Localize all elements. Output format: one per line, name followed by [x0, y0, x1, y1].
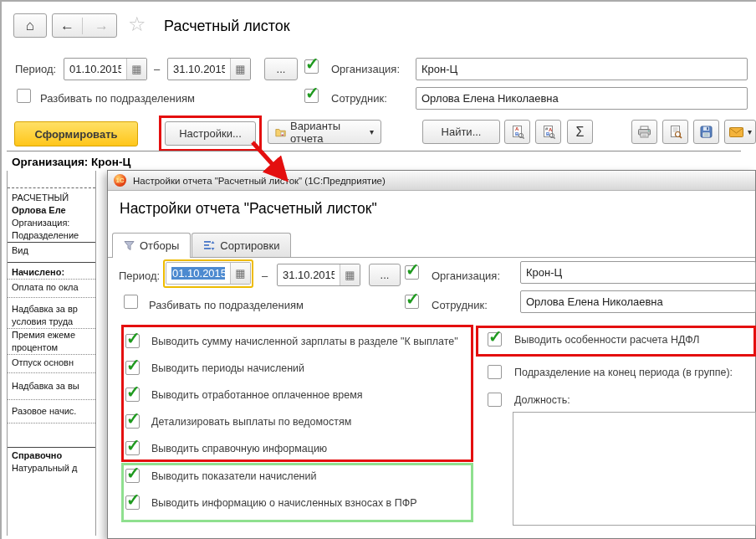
report-line: Вид: [8, 244, 95, 262]
report-separator: [8, 279, 95, 280]
find-button-label: Найти...: [442, 126, 482, 138]
report-separator: [8, 187, 95, 188]
forward-icon[interactable]: →: [87, 18, 116, 34]
calendar-icon[interactable]: ▦: [126, 59, 146, 80]
funnel-icon: [124, 240, 135, 251]
period-label: Период:: [15, 63, 56, 75]
report-separator: [8, 399, 95, 400]
page-title: Расчетный листок: [164, 18, 290, 35]
preview-button[interactable]: [662, 120, 688, 144]
checkbox-unchecked-icon[interactable]: [17, 89, 31, 103]
window-border-top: [0, 0, 756, 2]
period-more-button[interactable]: ...: [264, 58, 298, 80]
report-separator: [8, 372, 95, 373]
sum-button[interactable]: Σ: [567, 120, 593, 144]
back-icon[interactable]: ←: [53, 18, 83, 34]
employee-field[interactable]: Орлова Елена Николаевна: [416, 87, 748, 110]
checkbox-checked-icon[interactable]: [304, 59, 319, 74]
generate-button[interactable]: Сформировать: [14, 121, 138, 146]
home-icon: ⌂: [26, 18, 34, 34]
screenshot-stage: ⌂ ← → ☆ Расчетный листок Период: 01.10.2…: [0, 0, 756, 539]
check-label: Должность:: [514, 394, 570, 406]
dialog-period-range-dash: –: [262, 270, 268, 282]
dialog-split-by-departments-checkbox[interactable]: [124, 295, 138, 309]
dialog-title: Настройки отчета "Расчетный листок" (1С:…: [133, 176, 386, 186]
split-by-departments-checkbox[interactable]: [17, 89, 31, 103]
employee-value: Орлова Елена Николаевна: [421, 92, 742, 105]
dialog-tabstrip: Отборы Сортировки: [108, 233, 755, 258]
find-next-button[interactable]: #AB: [535, 120, 561, 144]
report-variants-label: Варианты отчета: [290, 120, 365, 145]
calendar-icon[interactable]: ▦: [340, 264, 360, 285]
checkbox-checked-icon[interactable]: [405, 265, 419, 280]
report-variants-folder-icon: [275, 127, 286, 137]
dialog-employee-label: Сотрудник:: [432, 299, 488, 311]
organization-value: Крон-Ц: [421, 63, 742, 75]
report-line: условия труда: [8, 316, 95, 328]
report-variants-button[interactable]: Варианты отчета ▾: [268, 120, 381, 144]
employee-checkbox[interactable]: [304, 89, 319, 103]
dialog-employee-checkbox[interactable]: [405, 295, 419, 309]
organization-field[interactable]: Крон-Ц: [416, 58, 748, 80]
dialog-period-from-field[interactable]: 01.10.2015 ▦: [166, 262, 251, 285]
printer-icon: [637, 126, 651, 138]
calendar-icon[interactable]: ▦: [230, 59, 250, 80]
print-button[interactable]: [631, 120, 657, 144]
report-line: Организация:: [8, 217, 95, 229]
report-separator: [8, 447, 95, 448]
dialog-period-more-button[interactable]: ...: [369, 264, 401, 286]
ellipsis-label: ...: [277, 63, 286, 75]
dialog-period-label: Период:: [119, 270, 160, 282]
dialog-employee-value: Орлова Елена Николаевна: [526, 295, 750, 308]
period-from-focus-ring: 01.10.2015 ▦: [163, 259, 253, 288]
find-in-report-button[interactable]: AB: [504, 120, 530, 144]
dialog-period-from-value: 01.10.2015: [171, 267, 225, 280]
app-window: ⌂ ← → ☆ Расчетный листок Период: 01.10.2…: [0, 0, 756, 539]
dialog-organization-field[interactable]: Крон-Ц: [520, 261, 756, 284]
settings-highlight-box: [159, 116, 262, 151]
find-button[interactable]: Найти...: [422, 120, 500, 144]
employee-label: Сотрудник:: [331, 92, 387, 105]
report-line: Отпуск основн: [8, 357, 95, 372]
tab-filters[interactable]: Отборы: [112, 233, 191, 258]
left-checks-highlight-box: [121, 325, 473, 462]
favorite-star-icon[interactable]: ☆: [128, 13, 146, 36]
dialog-period-to-value: 31.10.2015: [283, 269, 335, 281]
period-from-value: 01.10.2015: [69, 63, 121, 75]
report-line: Подразделение: [8, 229, 95, 242]
generate-button-label: Сформировать: [34, 128, 117, 141]
checkbox-checked-icon[interactable]: [405, 295, 419, 309]
organization-checkbox[interactable]: [304, 59, 319, 74]
dialog-titlebar[interactable]: 1С Настройки отчета "Расчетный листок" (…: [108, 171, 755, 191]
period-from-field[interactable]: 01.10.2015 ▦: [64, 58, 147, 80]
check-position[interactable]: Должность:: [488, 393, 570, 407]
check-department-end-of-period[interactable]: Подразделение на конец периода (в группе…: [488, 365, 733, 379]
dialog-period-to-field[interactable]: 31.10.2015 ▦: [277, 264, 360, 286]
report-line: Оплата по окла: [8, 281, 95, 297]
report-separator: [8, 297, 95, 298]
period-to-field[interactable]: 31.10.2015 ▦: [167, 58, 251, 80]
save-button[interactable]: [693, 120, 719, 144]
report-line: Орлова Еле: [8, 204, 95, 217]
tab-sorting[interactable]: Сортировки: [192, 233, 291, 257]
report-line: процентом: [8, 341, 95, 354]
checkbox-checked-icon[interactable]: [304, 89, 319, 103]
home-button[interactable]: ⌂: [13, 13, 47, 38]
report-separator: [8, 354, 95, 355]
checkbox-unchecked-icon[interactable]: [488, 365, 502, 379]
report-left-column: РАСЧЕТНЫЙ Орлова Еле Организация: Подраз…: [7, 171, 96, 536]
position-listbox[interactable]: [513, 412, 756, 526]
ellipsis-label: ...: [381, 269, 390, 281]
check-label: Подразделение на конец периода (в группе…: [514, 367, 733, 378]
send-mail-button[interactable]: ▾: [724, 120, 756, 144]
window-border-left: [0, 0, 2, 539]
dialog-organization-checkbox[interactable]: [405, 265, 419, 280]
checkbox-unchecked-icon[interactable]: [488, 393, 502, 407]
mail-envelope-icon: [729, 127, 743, 137]
period-range-dash: –: [154, 63, 160, 75]
checkbox-unchecked-icon[interactable]: [124, 295, 138, 309]
calendar-icon[interactable]: ▦: [230, 263, 250, 284]
split-by-departments-label: Разбивать по подразделениям: [40, 92, 195, 105]
save-floppy-icon: [700, 126, 713, 138]
dialog-employee-field[interactable]: Орлова Елена Николаевна: [520, 290, 756, 313]
